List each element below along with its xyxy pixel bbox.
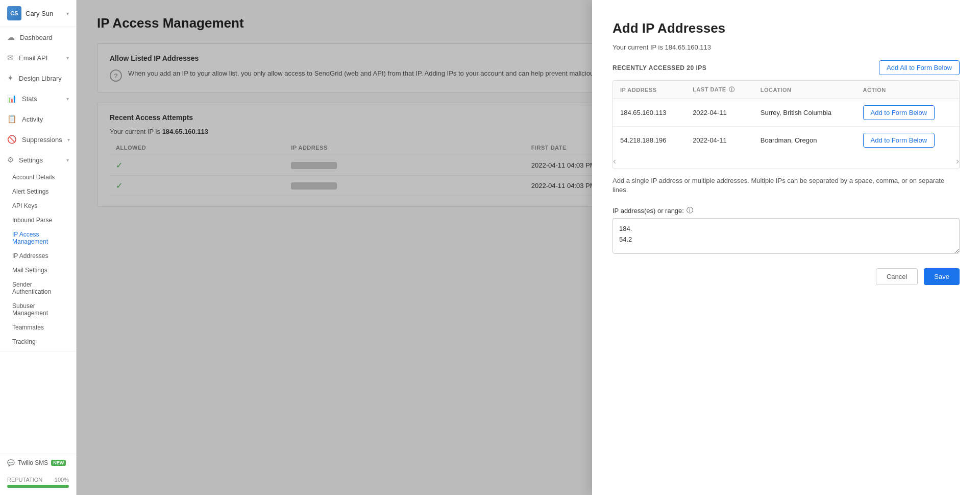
add-note: Add a single IP address or multiple addr… <box>612 176 960 195</box>
th-location: LOCATION <box>753 81 856 99</box>
ip-address-cell: 54.218.188.196 <box>613 127 685 154</box>
username: Cary Sun <box>26 10 62 17</box>
sidebar-item-design-library[interactable]: ✦ Design Library <box>0 68 76 88</box>
last-date-cell: 2022-04-11 <box>685 99 753 127</box>
th-action: ACTION <box>856 81 959 99</box>
suppressions-icon: 🚫 <box>7 135 17 144</box>
last-date-cell: 2022-04-11 <box>685 127 753 154</box>
recently-accessed-label: RECENTLY ACCESSED 20 IPs <box>612 64 706 72</box>
sidebar: CS Cary Sun ▾ ☁ Dashboard ✉ Email API ▾ … <box>0 0 77 495</box>
sidebar-sub-account-details[interactable]: Account Details <box>0 170 76 184</box>
sidebar-sub-sender-auth[interactable]: Sender Authentication <box>0 277 76 299</box>
sidebar-sub-api-keys[interactable]: API Keys <box>0 199 76 213</box>
scroll-left-icon: ‹ <box>613 156 616 167</box>
chevron-icon: ▾ <box>66 96 69 102</box>
sidebar-item-label: Stats <box>22 95 37 103</box>
sidebar-item-email-api[interactable]: ✉ Email API ▾ <box>0 48 76 68</box>
add-all-button[interactable]: Add All to Form Below <box>879 60 960 75</box>
ip-address-cell: 184.65.160.113 <box>613 99 685 127</box>
sidebar-sub-inbound-parse[interactable]: Inbound Parse <box>0 213 76 227</box>
reputation-bar-fill <box>7 485 69 488</box>
location-cell: Surrey, British Columbia <box>753 99 856 127</box>
cancel-button[interactable]: Cancel <box>876 268 918 285</box>
reputation-section: REPUTATION 100% <box>0 472 76 495</box>
scroll-indicator: ‹ › <box>613 154 959 169</box>
user-chevron-icon: ▾ <box>66 11 69 16</box>
action-cell: Add to Form Below <box>856 99 959 127</box>
sidebar-divider <box>0 351 76 351</box>
new-badge: NEW <box>51 460 66 466</box>
sidebar-sub-ip-access-management[interactable]: IP Access Management <box>0 227 76 249</box>
modal-actions: Cancel Save <box>612 268 960 285</box>
reputation-value: 100% <box>55 477 69 483</box>
chevron-icon: ▾ <box>66 157 69 163</box>
sidebar-item-label: Email API <box>19 54 47 62</box>
email-api-icon: ✉ <box>7 53 14 62</box>
activity-icon: 📋 <box>7 114 17 124</box>
sidebar-item-label: Settings <box>19 156 43 164</box>
sidebar-footer: 💬 Twilio SMS NEW <box>0 454 76 472</box>
form-info-icon: ⓘ <box>687 206 693 215</box>
sidebar-item-dashboard[interactable]: ☁ Dashboard <box>0 27 76 48</box>
sidebar-item-label: Activity <box>22 115 43 123</box>
th-last-date: LAST DATE ⓘ <box>685 81 753 99</box>
twilio-sms-label: Twilio SMS <box>18 459 48 466</box>
scroll-right-icon: › <box>956 156 959 167</box>
chevron-icon: ▾ <box>67 137 70 143</box>
table-row: 54.218.188.196 2022-04-11 Boardman, Oreg… <box>613 127 959 154</box>
twilio-sms-item[interactable]: 💬 Twilio SMS NEW <box>7 459 69 466</box>
th-ip-address: IP ADDRESS <box>613 81 685 99</box>
sidebar-sub-tracking[interactable]: Tracking <box>0 335 76 349</box>
twilio-icon: 💬 <box>7 459 15 466</box>
add-ip-modal: Add IP Addresses Your current IP is 184.… <box>592 0 980 495</box>
reputation-label: REPUTATION <box>7 477 42 483</box>
design-library-icon: ✦ <box>7 74 14 83</box>
sidebar-item-label: Suppressions <box>22 136 62 144</box>
table-row: 184.65.160.113 2022-04-11 Surrey, Britis… <box>613 99 959 127</box>
sidebar-item-label: Design Library <box>19 75 62 82</box>
recently-accessed-header: RECENTLY ACCESSED 20 IPs Add All to Form… <box>612 60 960 75</box>
add-to-form-button-2[interactable]: Add to Form Below <box>863 133 935 148</box>
chevron-icon: ▾ <box>66 55 69 61</box>
stats-icon: 📊 <box>7 94 17 103</box>
sidebar-sub-subuser-management[interactable]: Subuser Management <box>0 299 76 320</box>
action-cell: Add to Form Below <box>856 127 959 154</box>
sidebar-sub-alert-settings[interactable]: Alert Settings <box>0 184 76 199</box>
save-button[interactable]: Save <box>924 268 960 285</box>
sidebar-item-activity[interactable]: 📋 Activity <box>0 109 76 129</box>
dashboard-icon: ☁ <box>7 33 15 42</box>
user-menu[interactable]: CS Cary Sun ▾ <box>0 0 76 27</box>
sidebar-item-settings[interactable]: ⚙ Settings ▾ <box>0 150 76 170</box>
modal-current-ip: Your current IP is 184.65.160.113 <box>612 43 960 51</box>
avatar: CS <box>7 6 21 20</box>
last-date-info-icon: ⓘ <box>729 86 735 92</box>
modal-title: Add IP Addresses <box>612 20 960 36</box>
reputation-bar-background <box>7 485 69 488</box>
form-label: IP address(es) or range: ⓘ <box>612 206 960 215</box>
add-to-form-button-1[interactable]: Add to Form Below <box>863 105 935 120</box>
sidebar-sub-ip-addresses[interactable]: IP Addresses <box>0 249 76 263</box>
sidebar-item-stats[interactable]: 📊 Stats ▾ <box>0 88 76 109</box>
ip-textarea[interactable]: 184. 54.2 <box>612 218 960 254</box>
ip-addresses-table: IP ADDRESS LAST DATE ⓘ LOCATION ACTION 1… <box>613 81 959 154</box>
location-cell: Boardman, Oregon <box>753 127 856 154</box>
sidebar-sub-teammates[interactable]: Teammates <box>0 320 76 335</box>
sidebar-item-suppressions[interactable]: 🚫 Suppressions ▾ <box>0 129 76 150</box>
settings-icon: ⚙ <box>7 155 14 164</box>
sidebar-item-label: Dashboard <box>20 34 53 41</box>
sidebar-sub-mail-settings[interactable]: Mail Settings <box>0 263 76 277</box>
ip-table-wrapper: IP ADDRESS LAST DATE ⓘ LOCATION ACTION 1… <box>612 80 960 169</box>
